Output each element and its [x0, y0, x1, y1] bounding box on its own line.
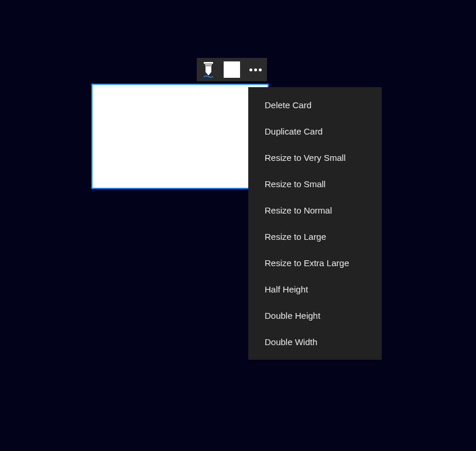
- selected-card[interactable]: [91, 84, 269, 189]
- menu-item-duplicate-card[interactable]: Duplicate Card: [248, 118, 382, 144]
- menu-item-resize-large[interactable]: Resize to Large: [248, 223, 382, 250]
- more-icon: [249, 68, 262, 71]
- menu-item-delete-card[interactable]: Delete Card: [248, 92, 382, 118]
- menu-item-half-height[interactable]: Half Height: [248, 276, 382, 302]
- color-swatch: [224, 61, 240, 78]
- pen-tool-button[interactable]: [197, 58, 220, 81]
- menu-item-resize-small[interactable]: Resize to Small: [248, 171, 382, 197]
- card-context-menu: Delete Card Duplicate Card Resize to Ver…: [248, 87, 382, 360]
- pen-icon: [201, 61, 215, 78]
- menu-item-resize-normal[interactable]: Resize to Normal: [248, 197, 382, 223]
- menu-item-double-height[interactable]: Double Height: [248, 302, 382, 329]
- svg-rect-0: [204, 62, 213, 64]
- more-options-button[interactable]: [244, 58, 267, 81]
- menu-item-resize-extra-large[interactable]: Resize to Extra Large: [248, 250, 382, 276]
- svg-rect-1: [205, 64, 212, 66]
- card-toolbar: [197, 58, 267, 81]
- color-picker-button[interactable]: [220, 58, 244, 81]
- menu-item-double-width[interactable]: Double Width: [248, 329, 382, 355]
- menu-item-resize-very-small[interactable]: Resize to Very Small: [248, 144, 382, 171]
